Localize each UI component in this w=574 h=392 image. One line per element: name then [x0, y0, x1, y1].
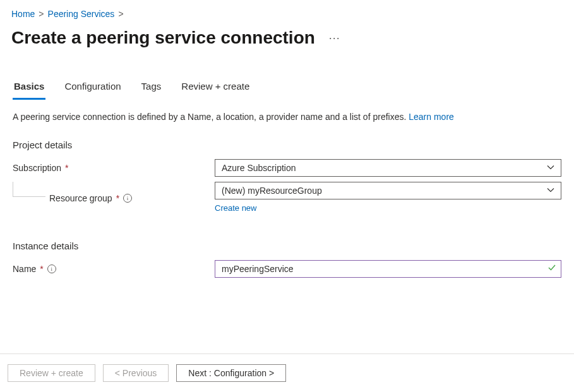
section-instance-details: Instance details — [13, 241, 574, 251]
subscription-select-value: Azure Subscription — [222, 163, 296, 173]
page-title: Create a peering service connection — [11, 28, 315, 48]
required-asterisk: * — [40, 264, 43, 274]
name-label-text: Name — [13, 264, 36, 274]
tabs: Basics Configuration Tags Review + creat… — [0, 77, 574, 100]
required-asterisk: * — [65, 163, 68, 173]
row-subscription: Subscription * Azure Subscription — [0, 157, 574, 179]
row-name: Name * i — [0, 258, 574, 280]
name-input[interactable] — [215, 260, 561, 278]
resource-group-label-text: Resource group — [49, 193, 112, 203]
breadcrumb: Home > Peering Services > — [0, 0, 574, 19]
tab-review-create[interactable]: Review + create — [180, 77, 251, 100]
previous-button[interactable]: < Previous — [103, 364, 169, 382]
chevron-right-icon: > — [118, 9, 123, 19]
description: A peering service connection is defined … — [0, 100, 574, 122]
chevron-right-icon: > — [39, 9, 44, 19]
page-header: Create a peering service connection ··· — [0, 19, 574, 48]
info-icon[interactable]: i — [47, 264, 56, 273]
chevron-down-icon — [547, 162, 554, 174]
create-new-resource-group-link[interactable]: Create new — [215, 203, 256, 213]
subscription-label-text: Subscription — [13, 163, 61, 173]
review-create-button[interactable]: Review + create — [8, 364, 95, 382]
description-text: A peering service connection is defined … — [13, 112, 409, 122]
resource-group-select[interactable]: (New) myResourceGroup — [215, 182, 561, 199]
chevron-down-icon — [547, 185, 554, 196]
section-project-details: Project details — [13, 140, 574, 150]
info-icon[interactable]: i — [123, 194, 132, 203]
learn-more-link[interactable]: Learn more — [409, 112, 454, 122]
tab-tags[interactable]: Tags — [140, 77, 163, 100]
checkmark-icon — [547, 263, 556, 275]
resource-group-label: Resource group * i — [13, 182, 215, 201]
subscription-label: Subscription * — [13, 163, 215, 173]
row-resource-group: Resource group * i (New) myResourceGroup… — [0, 179, 574, 215]
tree-indent-icon — [13, 182, 45, 197]
name-label: Name * i — [13, 264, 215, 274]
resource-group-select-value: (New) myResourceGroup — [222, 186, 322, 196]
footer: Review + create < Previous Next : Config… — [0, 353, 574, 392]
required-asterisk: * — [116, 193, 119, 203]
breadcrumb-home[interactable]: Home — [11, 9, 35, 19]
breadcrumb-peering-services[interactable]: Peering Services — [48, 9, 115, 19]
subscription-select[interactable]: Azure Subscription — [215, 159, 561, 177]
tab-basics[interactable]: Basics — [13, 77, 45, 100]
next-button[interactable]: Next : Configuration > — [176, 364, 286, 382]
tab-configuration[interactable]: Configuration — [63, 77, 122, 100]
more-actions-button[interactable]: ··· — [325, 29, 344, 47]
